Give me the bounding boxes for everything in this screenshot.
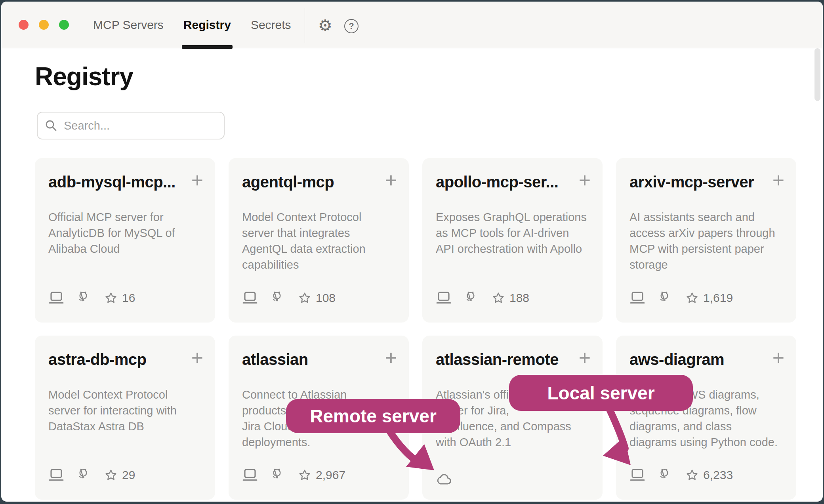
- description-line: with OAuth 2.1: [436, 434, 591, 450]
- description-line: storage: [629, 257, 784, 273]
- remote-server-callout: Remote server: [286, 399, 460, 433]
- laptop-icon: [242, 468, 258, 482]
- add-server-button[interactable]: +: [579, 172, 591, 188]
- server-name: agentql-mcp: [242, 173, 334, 191]
- description-line: Model Context Protocol: [48, 387, 203, 403]
- server-stats-row: 16: [48, 291, 135, 305]
- server-stats-row: [436, 473, 453, 485]
- server-card: aws-diagram + Generate AWS diagrams,sequ…: [616, 336, 796, 500]
- description-line: server that integrates: [242, 225, 397, 241]
- server-card: astra-db-mcp + Model Context Protocolser…: [35, 336, 215, 500]
- laptop-icon: [242, 291, 258, 305]
- server-description: Exposes GraphQL operationsas MCP tools f…: [436, 209, 591, 257]
- server-card: arxiv-mcp-server + AI assistants search …: [616, 158, 796, 323]
- server-stats-row: 1,619: [629, 291, 733, 305]
- laptop-icon: [48, 291, 64, 305]
- server-description: AI assistants search andaccess arXiv pap…: [629, 209, 784, 273]
- description-line: DataStax Astra DB: [48, 418, 203, 434]
- description-line: API orchestration with Apollo: [436, 241, 591, 257]
- star-icon: [298, 292, 311, 304]
- star-icon: [686, 469, 698, 481]
- star-count: 1,619: [703, 291, 733, 305]
- star-icon: [492, 292, 505, 304]
- description-line: diagrams using Python code.: [629, 434, 784, 450]
- server-card: apollo-mcp-ser... + Exposes GraphQL oper…: [422, 158, 603, 323]
- server-name: astra-db-mcp: [48, 351, 146, 368]
- registry-card-grid: adb-mysql-mcp... + Official MCP server f…: [35, 158, 796, 500]
- github-icon[interactable]: [657, 291, 671, 305]
- laptop-icon: [629, 291, 645, 305]
- star-icon: [105, 469, 117, 481]
- description-line: Model Context Protocol: [242, 209, 397, 225]
- server-card: agentql-mcp + Model Context Protocolserv…: [229, 158, 409, 323]
- github-icon[interactable]: [270, 468, 284, 482]
- github-icon[interactable]: [76, 468, 90, 482]
- star-icon: [298, 469, 311, 481]
- gear-icon[interactable]: ⚙: [317, 17, 334, 34]
- star-count: 6,233: [703, 468, 733, 482]
- description-line: deployments.: [242, 434, 397, 450]
- star-count: 108: [316, 291, 336, 305]
- add-server-button[interactable]: +: [191, 350, 203, 366]
- server-name: adb-mysql-mcp...: [48, 173, 175, 191]
- cloud-icon: [436, 473, 453, 485]
- star-count: 16: [122, 291, 135, 305]
- tab-registry[interactable]: Registry: [183, 2, 231, 48]
- github-icon[interactable]: [76, 291, 90, 305]
- traffic-lights: [19, 20, 69, 30]
- page-title: Registry: [35, 62, 133, 91]
- server-description: Model Context Protocolserver that integr…: [242, 209, 397, 273]
- local-server-callout: Local server: [509, 375, 693, 411]
- github-icon[interactable]: [657, 468, 671, 482]
- star-count: 188: [509, 291, 529, 305]
- laptop-icon: [629, 468, 645, 482]
- server-stats-row: 188: [436, 291, 529, 305]
- description-line: Official MCP server for: [48, 209, 203, 225]
- description-line: AgentQL data extraction: [242, 241, 397, 257]
- description-line: server for interacting with: [48, 403, 203, 418]
- tab-secrets[interactable]: Secrets: [251, 2, 291, 48]
- server-name: aws-diagram: [629, 351, 724, 368]
- description-line: as MCP tools for AI-driven: [436, 225, 591, 241]
- add-server-button[interactable]: +: [191, 172, 203, 188]
- description-line: access arXiv papers through: [629, 225, 784, 241]
- description-line: AnalyticDB for MySQL of: [48, 225, 203, 241]
- description-line: AI assistants search and: [629, 209, 784, 225]
- add-server-button[interactable]: +: [385, 350, 397, 366]
- add-server-button[interactable]: +: [772, 172, 784, 188]
- app-window: MCP Servers Registry Secrets ⚙ ? Registr…: [1, 2, 823, 502]
- laptop-icon: [48, 468, 64, 482]
- search-icon: [45, 119, 57, 132]
- github-icon[interactable]: [464, 291, 478, 305]
- help-icon[interactable]: ?: [344, 19, 359, 33]
- description-line: MCP with persistent paper: [629, 241, 784, 257]
- zoom-window-button[interactable]: [59, 20, 69, 30]
- add-server-button[interactable]: +: [385, 172, 397, 188]
- star-count: 29: [122, 468, 135, 482]
- tab-mcp-servers[interactable]: MCP Servers: [93, 2, 164, 48]
- server-description: Official MCP server forAnalyticDB for My…: [48, 209, 203, 257]
- server-description: Model Context Protocolserver for interac…: [48, 387, 203, 434]
- minimize-window-button[interactable]: [39, 20, 49, 30]
- scrollbar-thumb[interactable]: [814, 48, 820, 101]
- github-icon[interactable]: [270, 291, 284, 305]
- laptop-icon: [436, 291, 452, 305]
- server-name: atlassian: [242, 351, 308, 368]
- add-server-button[interactable]: +: [772, 350, 784, 366]
- search-input[interactable]: [64, 119, 214, 132]
- server-stats-row: 6,233: [629, 468, 733, 482]
- add-server-button[interactable]: +: [579, 350, 591, 366]
- description-line: diagrams, and class: [629, 418, 784, 434]
- toolbar-divider: [305, 8, 305, 43]
- star-icon: [105, 292, 117, 304]
- close-window-button[interactable]: [19, 20, 29, 30]
- search-box: [37, 112, 225, 139]
- star-icon: [686, 292, 698, 304]
- main-tabs: MCP Servers Registry Secrets: [93, 2, 291, 48]
- title-bar: MCP Servers Registry Secrets ⚙ ?: [1, 2, 823, 48]
- description-line: Exposes GraphQL operations: [436, 209, 591, 225]
- star-count: 2,967: [316, 468, 345, 482]
- server-name: arxiv-mcp-server: [629, 173, 754, 191]
- description-line: Alibaba Cloud: [48, 241, 203, 257]
- server-stats-row: 29: [48, 468, 135, 482]
